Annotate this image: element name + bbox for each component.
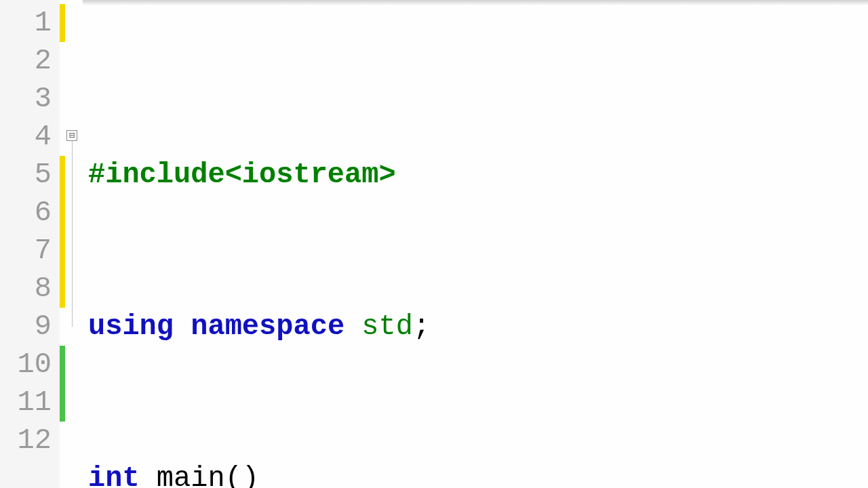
change-marker-modified <box>60 194 65 232</box>
code-line[interactable]: #include<iostream> <box>88 156 868 194</box>
line-number: 12 <box>0 422 52 460</box>
change-marker-modified <box>60 156 65 194</box>
line-number: 2 <box>0 42 52 80</box>
fold-column: ⊟ <box>65 0 83 488</box>
line-number: 11 <box>0 384 52 422</box>
change-marker-added <box>60 384 65 422</box>
code-editor[interactable]: 1 2 3 4 5 6 7 8 9 10 11 12 ⊟ <box>0 0 868 488</box>
change-marker-added <box>60 346 65 384</box>
line-number-gutter: 1 2 3 4 5 6 7 8 9 10 11 12 <box>0 0 60 488</box>
change-marker-modified <box>60 4 65 42</box>
change-marker-modified <box>60 270 65 308</box>
line-number: 10 <box>0 346 52 384</box>
code-text-area[interactable]: #include<iostream> using namespace std; … <box>83 0 868 488</box>
line-number: 5 <box>0 156 52 194</box>
code-line[interactable]: using namespace std; <box>88 308 868 346</box>
line-number: 6 <box>0 194 52 232</box>
line-number: 7 <box>0 232 52 270</box>
change-indicator-bar <box>60 0 65 488</box>
line-number: 1 <box>0 4 52 42</box>
line-number: 3 <box>0 80 52 118</box>
line-number: 8 <box>0 270 52 308</box>
code-line[interactable]: int main() <box>88 460 868 488</box>
line-number: 4 <box>0 118 52 156</box>
change-marker-modified <box>60 232 65 270</box>
line-number: 9 <box>0 308 52 346</box>
fold-collapse-icon[interactable]: ⊟ <box>66 130 77 141</box>
